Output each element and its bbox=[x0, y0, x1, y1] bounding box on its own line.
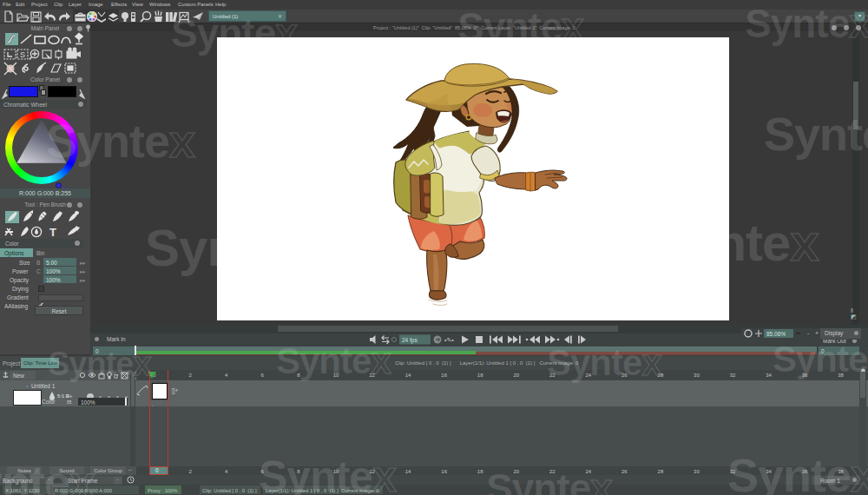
svg-text:24 fps: 24 fps bbox=[402, 337, 418, 344]
svg-text:S: S bbox=[20, 50, 25, 59]
svg-text:•✎•: •✎• bbox=[444, 337, 454, 343]
svg-text:T: T bbox=[49, 226, 56, 238]
svg-text:α: α bbox=[114, 372, 119, 380]
